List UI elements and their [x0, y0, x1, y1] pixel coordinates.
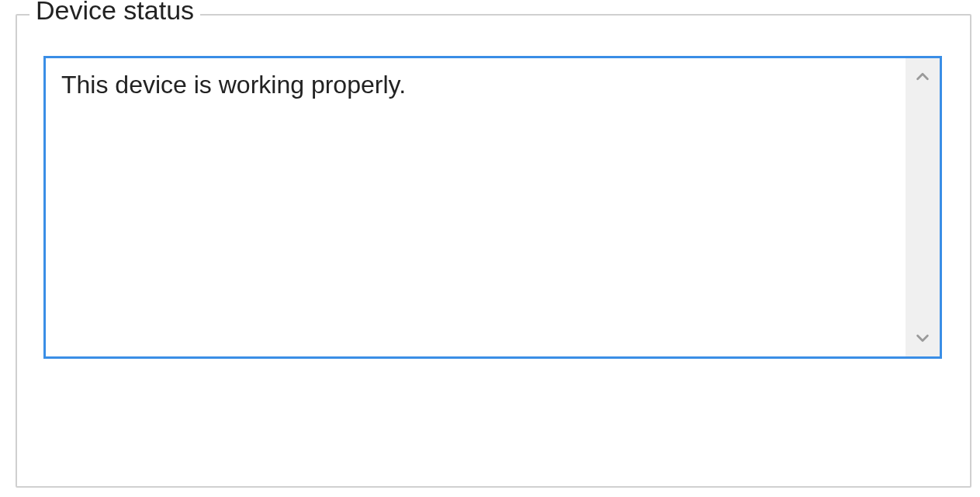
device-status-textbox[interactable]: This device is working properly. [43, 56, 942, 359]
group-legend: Device status [29, 0, 200, 23]
chevron-up-icon [914, 68, 931, 85]
device-status-group: Device status This device is working pro… [16, 14, 971, 488]
chevron-down-icon [914, 329, 931, 346]
vertical-scrollbar[interactable] [906, 58, 940, 356]
device-status-text: This device is working properly. [46, 58, 906, 356]
scroll-down-button[interactable] [909, 324, 937, 352]
scroll-up-button[interactable] [909, 63, 937, 91]
